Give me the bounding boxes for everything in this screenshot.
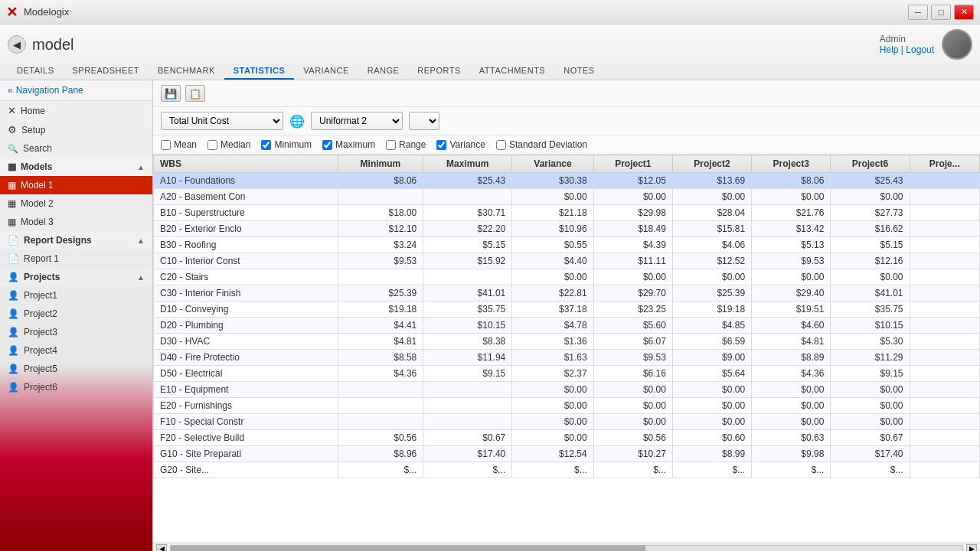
extra-select[interactable]	[409, 112, 439, 130]
table-row[interactable]: D30 - HVAC$4.81$8.38$1.36$6.07$6.59$4.81…	[154, 334, 980, 350]
projects-icon: 👤	[8, 272, 19, 282]
tab-notes[interactable]: NOTES	[554, 63, 603, 80]
table-row[interactable]: F10 - Special Constr$0.00$0.00$0.00$0.00…	[154, 414, 980, 430]
checkbox-range[interactable]: Range	[386, 139, 426, 150]
export-button[interactable]: 📋	[185, 85, 205, 102]
tab-reports[interactable]: REPORTS	[408, 63, 469, 80]
scrollbar-track[interactable]	[170, 545, 963, 552]
table-row[interactable]: D40 - Fire Protectio$8.58$11.94$1.63$9.5…	[154, 350, 980, 366]
tab-spreadsheet[interactable]: SPREADSHEET	[64, 63, 149, 80]
cell-min-8: $19.18	[338, 302, 423, 318]
close-button[interactable]: ✕	[954, 5, 974, 20]
sidebar-item-project1[interactable]: 👤 Project1	[0, 286, 152, 305]
logout-link[interactable]: Logout	[906, 44, 934, 55]
cost-type-select[interactable]: Total Unit Cost	[161, 112, 283, 130]
table-row[interactable]: A20 - Basement Con$0.00$0.00$0.00$0.00$0…	[154, 189, 980, 205]
sidebar-item-project3-label: Project3	[24, 327, 57, 337]
table-row[interactable]: B20 - Exterior Enclo$12.10$22.20$10.96$1…	[154, 221, 980, 237]
range-checkbox[interactable]	[386, 140, 396, 150]
table-row[interactable]: D20 - Plumbing$4.41$10.15$4.78$5.60$4.85…	[154, 318, 980, 334]
table-row[interactable]: E10 - Equipment$0.00$0.00$0.00$0.00$0.00	[154, 382, 980, 398]
horizontal-scrollbar[interactable]: ◀ ▶	[153, 543, 980, 551]
scroll-left-button[interactable]: ◀	[156, 544, 167, 552]
checkbox-mean[interactable]: Mean	[161, 139, 197, 150]
cell-p1-9: $5.60	[593, 318, 672, 334]
median-checkbox[interactable]	[207, 140, 217, 150]
sidebar-item-project4[interactable]: 👤 Project4	[0, 341, 152, 360]
table-row[interactable]: B30 - Roofing$3.24$5.15$0.55$4.39$4.06$5…	[154, 237, 980, 253]
sidebar-item-report1[interactable]: 📄 Report 1	[0, 249, 152, 268]
report1-icon: 📄	[8, 253, 19, 264]
checkbox-minimum[interactable]: Minimum	[261, 139, 312, 150]
sidebar-item-project3[interactable]: 👤 Project3	[0, 323, 152, 341]
back-button[interactable]: ◀	[8, 35, 26, 54]
sidebar-item-search[interactable]: 🔍 Search	[0, 139, 152, 158]
table-row[interactable]: A10 - Foundations$8.06$25.43$30.38$12.05…	[154, 173, 980, 189]
sidebar-item-model3[interactable]: ▦ Model 3	[0, 213, 152, 231]
sidebar-item-search-label: Search	[23, 143, 52, 154]
cell-wbs-8: D10 - Conveying	[154, 302, 338, 318]
tab-attachments[interactable]: ATTACHMENTS	[470, 63, 554, 80]
minimize-button[interactable]: ─	[908, 5, 928, 20]
cell-p3-8: $19.51	[752, 302, 831, 318]
scroll-right-button[interactable]: ▶	[966, 544, 977, 552]
cell-p1-10: $6.07	[593, 334, 672, 350]
table-row[interactable]: C20 - Stairs$0.00$0.00$0.00$0.00$0.00	[154, 269, 980, 285]
table-row[interactable]: G20 - Site...$...$...$...$...$...$...$..…	[154, 462, 980, 478]
cell-wbs-9: D20 - Plumbing	[154, 318, 338, 334]
sidebar-item-model2[interactable]: ▦ Model 2	[0, 194, 152, 213]
maximize-button[interactable]: □	[931, 5, 951, 20]
help-link[interactable]: Help	[880, 44, 899, 55]
cell-p3-3: $13.42	[752, 221, 831, 237]
table-container[interactable]: WBS Minimum Maximum Variance Project1 Pr…	[153, 155, 980, 543]
tab-range[interactable]: RANGE	[358, 63, 409, 80]
checkbox-maximum[interactable]: Maximum	[322, 139, 375, 150]
table-row[interactable]: G10 - Site Preparati$8.96$17.40$12.54$10…	[154, 446, 980, 462]
table-row[interactable]: F20 - Selective Build$0.56$0.67$0.00$0.5…	[154, 430, 980, 446]
cell-max-15	[423, 414, 512, 430]
projects-section-label: 👤 Projects	[8, 272, 60, 282]
title-bar-left: ✕ Modelogix	[6, 4, 69, 21]
mean-checkbox[interactable]	[161, 140, 171, 150]
checkbox-variance[interactable]: Variance	[436, 139, 485, 150]
std-dev-checkbox[interactable]	[496, 140, 506, 150]
sidebar-item-model1[interactable]: ▦ Model 1	[0, 176, 152, 194]
tab-details[interactable]: DETAILS	[8, 63, 64, 80]
table-row[interactable]: D10 - Conveying$19.18$35.75$37.18$23.25$…	[154, 302, 980, 318]
tab-variance[interactable]: VARIANCE	[294, 63, 358, 80]
cell-wbs-7: C30 - Interior Finish	[154, 285, 338, 302]
minimum-checkbox[interactable]	[261, 140, 271, 150]
sidebar-item-setup[interactable]: ⚙ Setup	[0, 120, 152, 139]
table-row[interactable]: C10 - Interior Const$9.53$15.92$4.40$11.…	[154, 253, 980, 269]
cell-min-10: $4.81	[338, 334, 423, 350]
table-row[interactable]: D50 - Electrical$4.36$9.15$2.37$6.16$5.6…	[154, 366, 980, 382]
table-body: A10 - Foundations$8.06$25.43$30.38$12.05…	[154, 173, 980, 478]
sidebar-item-project1-label: Project1	[24, 290, 57, 301]
tab-statistics[interactable]: STATISTICS	[224, 63, 295, 80]
models-section[interactable]: ▦ Models ▲	[0, 158, 152, 176]
cell-var-11: $1.63	[512, 350, 593, 366]
table-row[interactable]: C30 - Interior Finish$25.39$41.01$22.81$…	[154, 285, 980, 302]
cell-p6-13: $0.00	[831, 382, 910, 398]
sidebar-item-project6[interactable]: 👤 Project6	[0, 378, 152, 396]
sidebar-item-home[interactable]: ✕ Home	[0, 101, 152, 120]
app-name: model	[32, 36, 74, 54]
cell-p3-4: $5.13	[752, 237, 831, 253]
sidebar-item-project5[interactable]: 👤 Project5	[0, 360, 152, 378]
report-designs-section[interactable]: 📄 Report Designs ▲	[0, 231, 152, 249]
table-row[interactable]: E20 - Furnishings$0.00$0.00$0.00$0.00$0.…	[154, 398, 980, 414]
tab-benchmark[interactable]: BENCHMARK	[149, 63, 224, 80]
table-row[interactable]: B10 - Superstructure$18.00$30.71$21.18$2…	[154, 205, 980, 221]
maximum-checkbox[interactable]	[322, 140, 332, 150]
cell-p1-5: $11.11	[593, 253, 672, 269]
checkbox-median[interactable]: Median	[207, 139, 250, 150]
save-button[interactable]: 💾	[161, 85, 181, 102]
sidebar-item-project2[interactable]: 👤 Project2	[0, 305, 152, 323]
format-select[interactable]: Uniformat 2	[311, 112, 403, 130]
variance-checkbox[interactable]	[436, 140, 446, 150]
variance-label: Variance	[449, 139, 485, 150]
checkbox-bar: Mean Median Minimum Maximum Range Varian…	[153, 135, 980, 155]
cell-p2-17: $8.99	[672, 446, 751, 462]
checkbox-std-dev[interactable]: Standard Deviation	[496, 139, 587, 150]
projects-section[interactable]: 👤 Projects ▲	[0, 268, 152, 286]
